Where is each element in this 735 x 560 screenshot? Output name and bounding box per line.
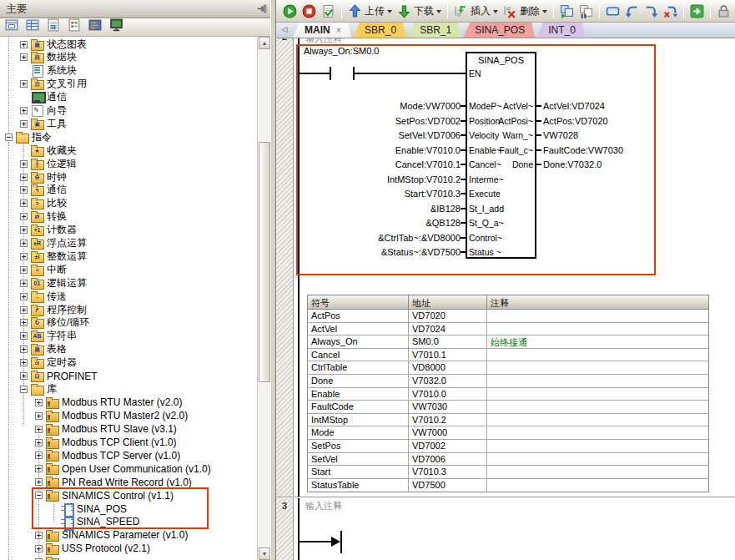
tree-item--[interactable]: +↱程序控制 bbox=[20, 303, 87, 316]
address-cell[interactable]: V7032.0 bbox=[409, 375, 487, 387]
address-cell[interactable]: SM0.0 bbox=[409, 335, 487, 348]
tree-expand-toggle[interactable]: − bbox=[20, 386, 28, 393]
symbol-cell[interactable]: Enable bbox=[308, 388, 409, 401]
comment-cell[interactable] bbox=[487, 323, 708, 335]
tree-expand-toggle[interactable]: + bbox=[20, 213, 28, 220]
branch-arrow-icon[interactable] bbox=[331, 537, 340, 547]
table-row[interactable]: StartV7010.3 bbox=[308, 466, 708, 479]
comment-cell[interactable] bbox=[487, 440, 708, 452]
tree-expand-toggle[interactable]: + bbox=[20, 266, 28, 274]
tree-item-modbus-rtu-slave-v3-1-[interactable]: +Modbus RTU Slave (v3.1) bbox=[35, 422, 177, 436]
address-cell[interactable]: VD7024 bbox=[409, 323, 487, 335]
table-row[interactable]: ActVelVD7024 bbox=[308, 323, 708, 336]
tree-item--[interactable]: 通信 bbox=[20, 91, 67, 104]
tree-expand-toggle[interactable]: − bbox=[35, 492, 43, 499]
tree-item--[interactable]: ★收藏夹 bbox=[20, 144, 77, 157]
download-dropdown-arrow[interactable] bbox=[436, 10, 441, 16]
goto-button[interactable] bbox=[687, 3, 707, 20]
table-row[interactable]: StatusTableVD7500 bbox=[308, 479, 708, 492]
table-row[interactable]: EnableV7010.0 bbox=[308, 388, 708, 401]
communications-button[interactable] bbox=[108, 19, 124, 35]
pou-pause-button[interactable] bbox=[576, 3, 596, 20]
insert-button[interactable]: 插入 bbox=[451, 3, 501, 20]
tree-item--[interactable]: +╫位逻辑 bbox=[20, 157, 77, 170]
tree-item-modbus-tcp-client-v1-0-[interactable]: +Modbus TCP Client (v1.0) bbox=[35, 436, 177, 449]
table-row[interactable]: ActPosVD7020 bbox=[308, 310, 708, 323]
comment-cell[interactable] bbox=[487, 375, 708, 387]
input-operand[interactable]: &QB128 bbox=[296, 218, 461, 229]
input-operand[interactable]: Start:V7010.3 bbox=[296, 189, 461, 199]
symbol-cell[interactable]: StatusTable bbox=[308, 479, 409, 492]
comment-cell[interactable] bbox=[487, 426, 708, 439]
comment-cell[interactable] bbox=[487, 466, 708, 478]
symbol-cell[interactable]: Always_On bbox=[308, 335, 409, 348]
tree-item--[interactable]: +▦表格 bbox=[20, 343, 67, 356]
delete-dropdown-arrow[interactable] bbox=[542, 10, 547, 16]
pou-run-button[interactable] bbox=[557, 3, 576, 20]
address-cell[interactable]: V7010.1 bbox=[409, 349, 487, 361]
tree-item-open-user-communication-v1-0-[interactable]: +Open User Communication (v1.0) bbox=[35, 462, 211, 476]
tree-expand-toggle[interactable]: + bbox=[20, 174, 28, 181]
lock-button[interactable] bbox=[714, 3, 733, 20]
tree-item--[interactable]: +→传送 bbox=[20, 290, 67, 303]
tree-item--[interactable]: +▣工具 bbox=[20, 117, 67, 130]
output-operand[interactable]: ActVel:VD7024 bbox=[543, 101, 605, 112]
tab-scroll-left-button[interactable]: ◁ bbox=[279, 24, 290, 36]
table-row[interactable]: ModeVW7000 bbox=[308, 426, 708, 440]
comment-cell[interactable] bbox=[487, 361, 708, 374]
tree-item-partial[interactable]: + bbox=[35, 555, 62, 560]
upload-dropdown-arrow[interactable] bbox=[387, 10, 392, 16]
tree-item--[interactable]: +01逻辑运算 bbox=[20, 276, 87, 290]
tree-expand-toggle[interactable]: + bbox=[20, 160, 28, 168]
symbol-cell[interactable]: SetPos bbox=[308, 440, 409, 452]
table-row[interactable]: CancelV7010.1 bbox=[308, 349, 708, 362]
status-chart-button[interactable] bbox=[45, 19, 62, 35]
address-cell[interactable]: VD7500 bbox=[409, 479, 487, 492]
comment-cell[interactable] bbox=[487, 349, 708, 361]
tree-expand-toggle[interactable]: + bbox=[20, 186, 28, 194]
upload-button[interactable]: 上传 bbox=[345, 3, 395, 20]
scroll-thumb[interactable] bbox=[259, 142, 270, 382]
stop-button[interactable] bbox=[300, 3, 319, 20]
tree-item--[interactable]: −指令 bbox=[5, 130, 52, 144]
tree-item--[interactable]: +⊙定时器 bbox=[20, 356, 77, 370]
tree-expand-toggle[interactable]: + bbox=[20, 199, 28, 207]
undo-curve-button[interactable] bbox=[622, 3, 642, 20]
tree-expand-toggle[interactable]: + bbox=[35, 412, 43, 420]
tree-item-sinamics-parameter-v1-0-[interactable]: +SINAMICS Parameter (v1.0) bbox=[35, 528, 188, 542]
symbol-cell[interactable]: SetVel bbox=[308, 453, 409, 466]
scroll-up-button[interactable]: ▲ bbox=[259, 37, 270, 49]
tree-expand-toggle[interactable]: + bbox=[20, 41, 28, 48]
program-block-button[interactable] bbox=[3, 19, 20, 35]
symbol-table-button[interactable] bbox=[24, 19, 41, 35]
download-button[interactable]: 下载 bbox=[395, 3, 444, 20]
address-cell[interactable]: VD7002 bbox=[409, 440, 487, 452]
panel-splitter[interactable] bbox=[270, 0, 276, 560]
cancel-curve-button[interactable] bbox=[661, 3, 680, 20]
run-button[interactable] bbox=[280, 3, 300, 20]
tree-item--[interactable]: +≡中断 bbox=[20, 263, 67, 276]
tree-expand-toggle[interactable]: + bbox=[35, 452, 43, 459]
tree-item--[interactable]: +>比较 bbox=[20, 197, 67, 210]
address-cell[interactable]: VD7006 bbox=[409, 453, 487, 466]
tree-expand-toggle[interactable]: + bbox=[35, 465, 43, 472]
input-operand[interactable]: &Status~:&VD7500 bbox=[296, 247, 461, 258]
insert-dropdown-arrow[interactable] bbox=[493, 10, 498, 16]
address-cell[interactable]: VW7030 bbox=[409, 401, 487, 413]
network-2-comment[interactable]: 输入注释 bbox=[305, 38, 342, 45]
address-cell[interactable]: V7010.3 bbox=[409, 466, 487, 478]
column-header[interactable]: 地址 bbox=[409, 295, 487, 309]
tree-item--[interactable]: +✎向导 bbox=[20, 104, 67, 118]
tree-scrollbar[interactable]: ▲ ▼ bbox=[257, 37, 270, 560]
tree-expand-toggle[interactable]: + bbox=[20, 107, 28, 114]
tree-expand-toggle[interactable]: + bbox=[20, 372, 28, 380]
tree-item-uss-protocol-v2-1-[interactable]: +USS Protocol (v2.1) bbox=[35, 542, 150, 555]
tab-sina_pos[interactable]: SINA_POS bbox=[463, 23, 535, 38]
table-row[interactable]: SetVelVD7006 bbox=[308, 453, 708, 467]
tree-item--[interactable]: +↻移位/循环 bbox=[20, 316, 89, 330]
tree-item--[interactable]: +▥交叉引用 bbox=[20, 78, 87, 91]
symbol-cell[interactable]: Cancel bbox=[308, 349, 409, 361]
table-row[interactable]: SetPosVD7002 bbox=[308, 440, 708, 453]
symbol-cell[interactable]: CtrlTable bbox=[308, 361, 409, 374]
tree-expand-toggle[interactable]: + bbox=[20, 332, 28, 340]
